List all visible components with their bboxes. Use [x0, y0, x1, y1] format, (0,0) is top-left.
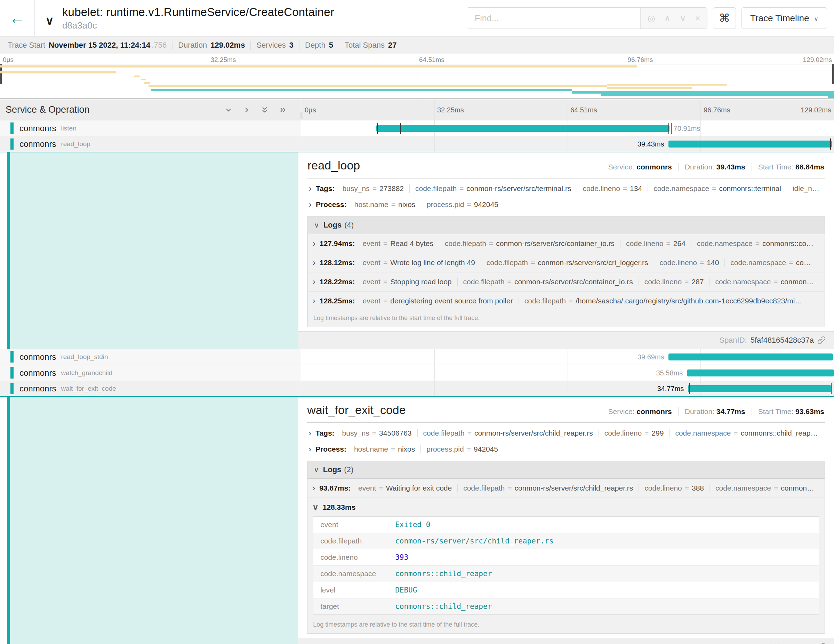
- span-name-cell[interactable]: conmonrs read_loop_stdin: [0, 349, 301, 365]
- log-entry[interactable]: ›127.94ms:event=Read 4 bytescode.filepat…: [308, 234, 824, 253]
- minimap-span-line: [141, 79, 146, 80]
- kv-field: event=Wrote log line of length 49: [357, 259, 481, 267]
- next-result-icon[interactable]: ∨: [680, 13, 686, 23]
- log-fields: event=deregistering event source from po…: [357, 297, 808, 305]
- span-name-cell[interactable]: conmonrs listen: [0, 120, 301, 136]
- minimap-span-line: [144, 82, 150, 84]
- log-entry[interactable]: ›93.87ms:event=Waiting for exit codecode…: [307, 479, 824, 498]
- minimap-tick: 129.02ms: [803, 56, 832, 64]
- span-bar[interactable]: [687, 369, 834, 377]
- clear-search-icon[interactable]: ×: [695, 13, 700, 23]
- span-timeline-cell: 35.58ms: [301, 365, 834, 380]
- trace-info-bar: Trace Start November 15 2022, 11:24:14 .…: [0, 36, 834, 53]
- trace-minimap[interactable]: [0, 64, 834, 99]
- process-accordion[interactable]: › Process: host.name=nixosprocess.pid=94…: [307, 441, 825, 457]
- minimap-span-line: [151, 89, 572, 91]
- log-fields: event=Waiting for exit codecode.filepath…: [353, 484, 820, 492]
- span-bar[interactable]: [376, 125, 669, 132]
- minimap-gridline: [417, 65, 417, 99]
- kv-field: process.pid=942045: [420, 445, 504, 453]
- column-resize-grip[interactable]: ∥: [300, 111, 303, 119]
- chevron-right-icon: ›: [312, 484, 315, 492]
- command-icon: ⌘: [719, 12, 730, 24]
- detail-body: wait_for_exit_code Service: conmonrs Dur…: [298, 397, 834, 644]
- tags-label: Tags:: [316, 184, 335, 193]
- logs-section: ∨ Logs (2) ›93.87ms:event=Waiting for ex…: [307, 461, 825, 634]
- span-id-value: 5faf48165428c37a: [750, 336, 814, 345]
- keyboard-shortcuts-button[interactable]: ⌘: [713, 7, 736, 29]
- chevron-right-icon: ›: [313, 278, 315, 286]
- span-id-value: 4a947cfd1ce59537: [749, 642, 814, 644]
- log-marker-tick: [689, 383, 690, 394]
- log-entry[interactable]: ›128.22ms:event=Stopping read loopcode.f…: [308, 272, 824, 291]
- prev-result-icon[interactable]: ∧: [664, 13, 671, 23]
- process-accordion[interactable]: › Process: host.name=nixosprocess.pid=94…: [307, 197, 825, 213]
- detail-span-title: wait_for_exit_code: [307, 403, 406, 417]
- kv-field: code.lineno=388: [638, 484, 710, 492]
- collapse-all-icon[interactable]: [260, 106, 269, 114]
- span-name-cell[interactable]: conmonrs read_loop: [0, 136, 301, 152]
- info-label: Total Spans: [345, 41, 385, 50]
- span-bar[interactable]: [688, 385, 831, 392]
- minimap-span-line: [607, 84, 727, 86]
- kv-field: code.lineno=264: [620, 239, 691, 248]
- span-name-cell[interactable]: conmonrs watch_grandchild: [0, 365, 301, 380]
- log-timestamp: 127.94ms:: [320, 239, 355, 248]
- log-field-row: targetconmonrs::child_reaper: [314, 598, 819, 615]
- span-duration-label: 39.69ms: [637, 353, 664, 361]
- expanded-log-header[interactable]: ∨ 128.33ms: [307, 498, 824, 513]
- minimap-span-line: [572, 91, 834, 94]
- span-bar[interactable]: [668, 141, 832, 147]
- logs-header[interactable]: ∨ Logs (2): [307, 461, 824, 479]
- log-entry[interactable]: ›128.25ms:event=deregistering event sour…: [308, 291, 824, 310]
- span-bar[interactable]: [668, 353, 833, 361]
- page-title: kubelet: runtime.v1.RuntimeService/Creat…: [62, 6, 334, 19]
- collapse-one-icon[interactable]: [224, 106, 233, 114]
- span-id-row: SpanID: 4a947cfd1ce59537: [298, 638, 834, 644]
- span-timeline-cell: 39.43ms: [301, 136, 834, 152]
- expand-all-icon[interactable]: [279, 106, 287, 114]
- process-list: host.name=nixosprocess.pid=942045: [349, 445, 504, 453]
- logs-count: (4): [344, 220, 354, 230]
- minimap-scrubber-right[interactable]: [832, 65, 834, 84]
- span-id-row: SpanID: 5faf48165428c37a: [298, 331, 834, 349]
- log-fields: event=Stopping read loopcode.filepath=co…: [357, 278, 820, 286]
- kv-field: busy_ns=34506763: [337, 429, 417, 437]
- deep-link-icon[interactable]: [817, 336, 826, 345]
- span-row-listen: conmonrs listen 70.91ms: [0, 120, 834, 136]
- log-marker-tick: [831, 383, 832, 394]
- span-row-wait-for-exit-code: conmonrs wait_for_exit_code 34.77ms: [0, 381, 834, 397]
- locate-icon[interactable]: ◎: [648, 13, 655, 23]
- kv-field: busy_ns=273882: [337, 184, 409, 193]
- logs-header[interactable]: ∨ Logs (4): [308, 217, 824, 234]
- log-entry[interactable]: ›128.12ms:event=Wrote log line of length…: [308, 253, 824, 272]
- log-marker-tick: [668, 123, 669, 134]
- chevron-right-icon: ›: [313, 239, 315, 248]
- view-selector-button[interactable]: Trace Timeline ∨: [742, 7, 827, 29]
- span-row-watch-grandchild: conmonrs watch_grandchild 35.58ms: [0, 365, 834, 381]
- info-label: Duration: [178, 41, 207, 50]
- minimap-span-line: [601, 94, 834, 96]
- find-input[interactable]: [467, 8, 640, 29]
- info-value: 27: [388, 41, 396, 50]
- log-timestamp: 93.87ms:: [319, 484, 351, 492]
- minimap-gridline: [208, 65, 209, 99]
- chevron-down-icon: ∨: [312, 503, 318, 511]
- trace-start-info: Trace Start November 15 2022, 11:24:14 .…: [2, 41, 172, 50]
- tags-label: Tags:: [315, 429, 334, 437]
- tags-accordion[interactable]: › Tags: busy_ns=34506763code.filepath=co…: [307, 425, 825, 441]
- span-name-cell[interactable]: conmonrs wait_for_exit_code: [0, 381, 301, 396]
- minimap-span-line: [828, 96, 834, 98]
- total-spans-info: Total Spans 27: [339, 41, 402, 50]
- deep-link-icon[interactable]: [817, 642, 826, 644]
- kv-field: code.lineno=134: [577, 184, 648, 193]
- kv-field: code.filepath=conmon-rs/server/src/termi…: [409, 184, 577, 193]
- service-operation-header: Service & Operation ∥: [0, 100, 301, 120]
- find-icon-strip: ◎ ∧ ∨ ×: [640, 8, 707, 29]
- trace-title-collapse-toggle[interactable]: ∨: [43, 14, 56, 27]
- back-button[interactable]: ←: [0, 0, 35, 36]
- expand-one-icon[interactable]: [242, 106, 251, 114]
- chevron-right-icon: ›: [313, 259, 315, 267]
- tags-accordion[interactable]: › Tags: busy_ns=273882code.filepath=conm…: [307, 181, 825, 197]
- info-label: Services: [256, 41, 286, 50]
